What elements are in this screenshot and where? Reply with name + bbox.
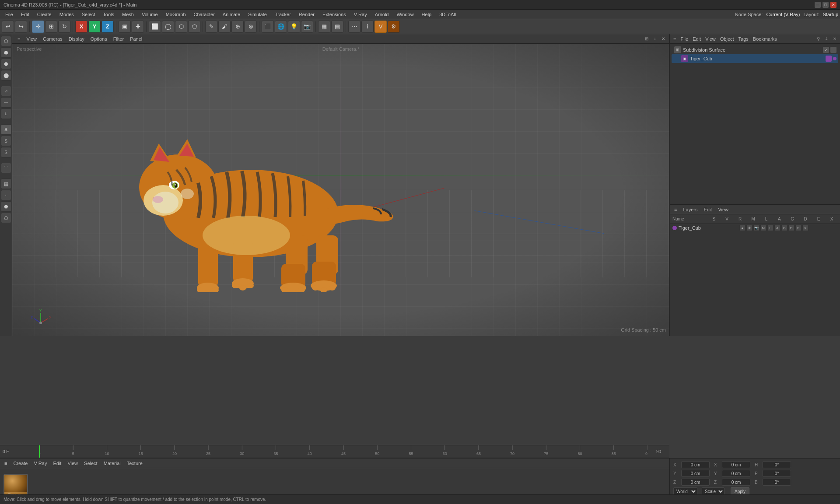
selection-poly-button[interactable]: ⬠: [188, 21, 200, 33]
h-input[interactable]: [763, 461, 791, 468]
model-mode-button[interactable]: ▣: [119, 21, 131, 33]
layer-lock[interactable]: L: [767, 225, 774, 231]
draw-tool-button[interactable]: ✎: [205, 21, 217, 33]
mat-texture-menu[interactable]: Texture: [125, 460, 144, 467]
curve-editor-button[interactable]: ⌇: [361, 21, 374, 33]
obj-bookmarks-menu[interactable]: Bookmarks: [751, 35, 779, 42]
playhead[interactable]: [39, 445, 40, 458]
viewport-options-menu[interactable]: Options: [88, 35, 110, 42]
viewport-view-menu[interactable]: View: [24, 35, 39, 42]
timeline-ruler[interactable]: [39, 445, 648, 458]
floor-button[interactable]: ⬛: [262, 21, 274, 33]
menu-tools[interactable]: Tools: [99, 11, 118, 18]
grid4-btn[interactable]: ⬠: [1, 213, 11, 223]
layer-solo[interactable]: ●: [739, 225, 746, 231]
p-input[interactable]: [763, 470, 791, 477]
timeline-button[interactable]: ⋯: [348, 21, 360, 33]
obj-file-menu[interactable]: File: [679, 35, 690, 42]
x-axis-button[interactable]: X: [75, 21, 88, 33]
menu-simulate[interactable]: Simulate: [245, 11, 270, 18]
layer-gen[interactable]: G: [781, 225, 788, 231]
menu-select[interactable]: Select: [78, 11, 99, 18]
menu-render[interactable]: Render: [295, 11, 318, 18]
cam-button[interactable]: 📷: [301, 21, 313, 33]
grid3-btn[interactable]: ⬟: [1, 201, 11, 212]
rotate-tool-button[interactable]: ↻: [58, 21, 70, 33]
obj-item-tigercub[interactable]: ▣ Tiger_Cub: [672, 54, 838, 63]
obj-object-menu[interactable]: Object: [718, 35, 736, 42]
menu-vray[interactable]: V-Ray: [350, 11, 371, 18]
selection-lasso-button[interactable]: ⬡: [175, 21, 187, 33]
grid2-btn[interactable]: ⬞: [1, 190, 11, 200]
xref-button[interactable]: ⊗: [245, 21, 257, 33]
redo-button[interactable]: ↪: [15, 21, 27, 33]
viewport-icon-3[interactable]: ✕: [660, 35, 667, 42]
mat-view-menu[interactable]: View: [66, 460, 80, 467]
layers-menu[interactable]: Layers: [681, 206, 699, 213]
render-view-button[interactable]: ▤: [331, 21, 343, 33]
tigercub-color[interactable]: [826, 56, 832, 62]
mat-material-menu[interactable]: Material: [102, 460, 122, 467]
snap2-btn[interactable]: S: [1, 136, 11, 146]
menu-edit[interactable]: Edit: [18, 11, 33, 18]
viewport-panel-menu[interactable]: Panel: [127, 35, 145, 42]
mat-create-menu[interactable]: Create: [11, 460, 29, 467]
layer-effector[interactable]: E: [795, 225, 802, 231]
layer-item-tigercub[interactable]: Tiger_Cub ● 👁 📷 M L A G D E X: [670, 224, 840, 232]
menu-help[interactable]: Help: [418, 11, 435, 18]
scale-tool-button[interactable]: ⊞: [45, 21, 57, 33]
obj-icon-x[interactable]: ✕: [831, 35, 838, 42]
vray-settings-button[interactable]: ⚙: [388, 21, 400, 33]
tool-3[interactable]: L: [1, 108, 11, 119]
viewport-cameras-menu[interactable]: Cameras: [40, 35, 65, 42]
polygon-mode-btn[interactable]: ⬤: [1, 70, 11, 80]
menu-3dtoall[interactable]: 3DToAll: [436, 11, 459, 18]
z-pos2-input[interactable]: [722, 479, 750, 486]
tool-2[interactable]: —: [1, 97, 11, 108]
obj-icon-search[interactable]: ⇣: [823, 35, 830, 42]
z-axis-button[interactable]: Z: [102, 21, 114, 33]
obj-hamburger[interactable]: ≡: [672, 35, 678, 42]
menu-character[interactable]: Character: [190, 11, 218, 18]
layers-hamburger[interactable]: ≡: [672, 206, 679, 213]
layers-edit-menu[interactable]: Edit: [702, 206, 714, 213]
menu-window[interactable]: Window: [393, 11, 417, 18]
point-mode-btn[interactable]: ⬣: [1, 59, 11, 69]
menu-volume[interactable]: Volume: [138, 11, 161, 18]
subdiv-visible[interactable]: ✓: [823, 47, 829, 53]
y-axis-button[interactable]: Y: [88, 21, 101, 33]
vray-button[interactable]: V: [374, 21, 387, 33]
viewport-display-menu[interactable]: Display: [66, 35, 87, 42]
light-button[interactable]: 💡: [288, 21, 300, 33]
sculpt-button[interactable]: ⊕: [231, 21, 244, 33]
sky-button[interactable]: 🌐: [275, 21, 287, 33]
snap-btn[interactable]: S: [1, 124, 11, 135]
move-tool-button[interactable]: ✛: [32, 21, 44, 33]
layer-motion[interactable]: M: [760, 225, 766, 231]
grid1-btn[interactable]: ▦: [1, 178, 11, 189]
tool-1[interactable]: ⊿: [1, 86, 11, 96]
mat-edit-menu[interactable]: Edit: [51, 460, 63, 467]
obj-edit-menu[interactable]: Edit: [691, 35, 703, 42]
layer-view[interactable]: 👁: [746, 225, 752, 231]
menu-create[interactable]: Create: [34, 11, 55, 18]
edge-mode-btn[interactable]: ⬢: [1, 47, 11, 58]
menu-mograph[interactable]: MoGraph: [162, 11, 189, 18]
obj-tags-menu[interactable]: Tags: [737, 35, 750, 42]
minimize-button[interactable]: ─: [815, 2, 821, 8]
material-button[interactable]: ▦: [318, 21, 330, 33]
menu-modes[interactable]: Modes: [56, 11, 77, 18]
menu-extensions[interactable]: Extensions: [319, 11, 350, 18]
menu-arnold[interactable]: Arnold: [371, 11, 392, 18]
x-pos2-input[interactable]: [722, 461, 750, 468]
viewport-canvas[interactable]: Perspective Default Camera.*: [12, 44, 669, 336]
y-pos2-input[interactable]: [722, 470, 750, 477]
close-button[interactable]: ✕: [830, 2, 836, 8]
menu-tracker[interactable]: Tracker: [271, 11, 294, 18]
y-pos-input[interactable]: [681, 470, 710, 477]
brush-btn[interactable]: ⌒: [1, 163, 11, 173]
selection-circle-button[interactable]: ◯: [162, 21, 174, 33]
layer-deform[interactable]: D: [788, 225, 794, 231]
viewport-hamburger[interactable]: ≡: [15, 35, 23, 42]
selection-rect-button[interactable]: ⬜: [149, 21, 161, 33]
